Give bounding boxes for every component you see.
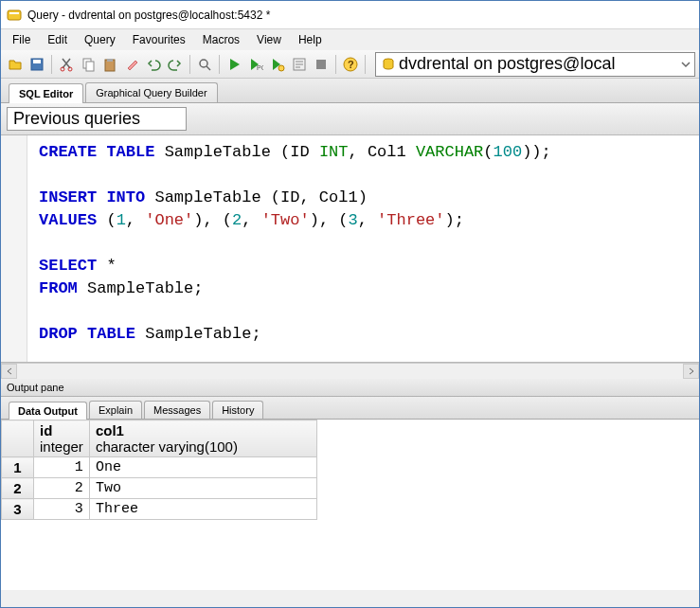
- col-type: character varying(100): [96, 438, 311, 455]
- row-number[interactable]: 3: [2, 499, 34, 520]
- editor-gutter: [1, 135, 27, 362]
- svg-rect-7: [86, 62, 94, 71]
- cell-col1[interactable]: One: [89, 457, 316, 478]
- menubar: File Edit Query Favourites Macros View H…: [1, 29, 699, 50]
- connection-label: dvdrental on postgres@local: [399, 54, 615, 74]
- previous-queries-combo[interactable]: Previous queries: [7, 107, 187, 131]
- cell-id[interactable]: 3: [34, 499, 90, 520]
- help-button[interactable]: ?: [340, 54, 361, 75]
- output-tabstrip: Data Output Explain Messages History: [1, 397, 699, 420]
- svg-text:?: ?: [348, 59, 354, 70]
- col-header-id[interactable]: id integer: [34, 420, 90, 457]
- redo-button[interactable]: [165, 54, 186, 75]
- separator: [219, 55, 220, 74]
- col-name: col1: [96, 422, 124, 438]
- svg-rect-9: [107, 59, 113, 62]
- open-button[interactable]: [5, 54, 26, 75]
- cell-id[interactable]: 1: [34, 457, 90, 478]
- col-header-col1[interactable]: col1 character varying(100): [89, 420, 316, 457]
- find-button[interactable]: [194, 54, 215, 75]
- row-number[interactable]: 1: [2, 457, 34, 478]
- run-pgscript-button[interactable]: PG: [245, 54, 266, 75]
- stop-button[interactable]: [311, 54, 332, 75]
- paste-button[interactable]: [99, 54, 120, 75]
- tab-history[interactable]: History: [212, 401, 263, 419]
- scroll-left-icon[interactable]: [1, 364, 17, 379]
- menu-edit[interactable]: Edit: [40, 31, 75, 48]
- tab-explain[interactable]: Explain: [89, 401, 142, 419]
- connection-combo[interactable]: dvdrental on postgres@local: [375, 52, 695, 77]
- separator: [51, 55, 52, 74]
- database-icon: [382, 58, 395, 71]
- row-number[interactable]: 2: [2, 478, 34, 499]
- table-row[interactable]: 2 2 Two: [2, 478, 317, 499]
- cell-id[interactable]: 2: [34, 478, 90, 499]
- run-button[interactable]: [224, 54, 244, 75]
- svg-rect-1: [9, 12, 19, 14]
- explain-button[interactable]: [289, 54, 310, 75]
- previous-queries-bar: Previous queries: [1, 103, 699, 135]
- titlebar: Query - dvdrental on postgres@localhost:…: [1, 1, 699, 29]
- output-pane-header: Output pane: [1, 379, 699, 397]
- menu-favourites[interactable]: Favourites: [125, 31, 193, 48]
- cell-col1[interactable]: Two: [89, 478, 316, 499]
- window-title: Query - dvdrental on postgres@localhost:…: [27, 9, 270, 22]
- toolbar: PG ? dvdrental on postgres@local: [1, 50, 699, 79]
- separator: [335, 55, 336, 74]
- svg-rect-3: [33, 60, 41, 63]
- run-single-button[interactable]: [267, 54, 288, 75]
- corner-cell: [2, 420, 34, 457]
- menu-file[interactable]: File: [5, 31, 38, 48]
- tab-messages[interactable]: Messages: [144, 401, 210, 419]
- table-row[interactable]: 1 1 One: [2, 457, 317, 478]
- svg-point-12: [278, 65, 284, 71]
- save-button[interactable]: [27, 54, 47, 75]
- result-grid[interactable]: id integer col1 character varying(100) 1…: [1, 420, 699, 590]
- scroll-right-icon[interactable]: [683, 364, 699, 379]
- menu-query[interactable]: Query: [77, 31, 123, 48]
- app-icon: [7, 8, 22, 23]
- clear-button[interactable]: [121, 54, 142, 75]
- chevron-down-icon: [681, 60, 691, 69]
- col-name: id: [40, 422, 52, 438]
- copy-button[interactable]: [78, 54, 99, 75]
- undo-button[interactable]: [143, 54, 164, 75]
- svg-rect-0: [8, 10, 21, 20]
- sql-text[interactable]: CREATE TABLE SampleTable (ID INT, Col1 V…: [1, 135, 699, 351]
- svg-text:PG: PG: [257, 64, 263, 71]
- editor-tabstrip: SQL Editor Graphical Query Builder: [1, 79, 699, 103]
- table-row[interactable]: 3 3 Three: [2, 499, 317, 520]
- cut-button[interactable]: [56, 54, 77, 75]
- menu-view[interactable]: View: [249, 31, 289, 48]
- separator: [365, 55, 366, 74]
- menu-help[interactable]: Help: [291, 31, 330, 48]
- separator: [189, 55, 190, 74]
- sql-editor[interactable]: CREATE TABLE SampleTable (ID INT, Col1 V…: [1, 135, 699, 363]
- cell-col1[interactable]: Three: [89, 499, 316, 520]
- col-type: integer: [40, 438, 83, 455]
- menu-macros[interactable]: Macros: [195, 31, 247, 48]
- tab-graphical-builder[interactable]: Graphical Query Builder: [85, 82, 217, 102]
- tab-sql-editor[interactable]: SQL Editor: [9, 83, 83, 103]
- svg-rect-14: [316, 60, 326, 69]
- svg-point-10: [200, 60, 207, 67]
- editor-scrollbar[interactable]: [1, 363, 699, 379]
- tab-data-output[interactable]: Data Output: [9, 402, 87, 420]
- result-table: id integer col1 character varying(100) 1…: [1, 420, 317, 520]
